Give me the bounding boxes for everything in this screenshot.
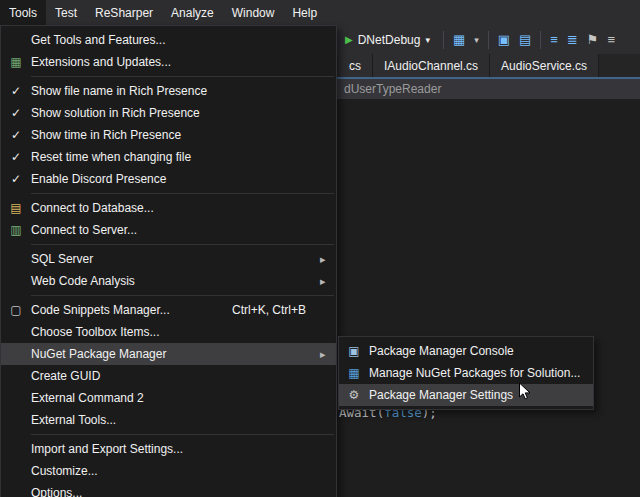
menu-item-enable-discord-presence[interactable]: ✓Enable Discord Presence (1, 168, 336, 190)
menu-separator (31, 76, 334, 77)
menubar-item-tools[interactable]: Tools (0, 0, 46, 25)
menubar-item-help[interactable]: Help (283, 0, 326, 25)
check-icon: ✓ (1, 128, 31, 142)
dropdown-caret-icon: ▾ (425, 35, 430, 45)
menu-item-external-command-2[interactable]: External Command 2 (1, 387, 336, 409)
menu-item-reset-time-when-changing-file[interactable]: ✓Reset time when changing file (1, 146, 336, 168)
menu-item-shortcut: Ctrl+K, Ctrl+B (232, 303, 306, 317)
menu-item-create-guid[interactable]: Create GUID (1, 365, 336, 387)
menu-item-label: Web Code Analysis (31, 274, 320, 288)
menu-item-label: NuGet Package Manager (31, 347, 320, 361)
menu-item-label: Code Snippets Manager... (31, 303, 232, 317)
menu-bar: ToolsTestReSharperAnalyzeWindowHelp (0, 0, 640, 25)
menu-item-label: Enable Discord Presence (31, 172, 320, 186)
menu-item-label: Show file name in Rich Presence (31, 84, 320, 98)
toolbar-icon-group: ▦▾▣▤≡≣⚑≡ (453, 31, 615, 49)
menu-item-show-time-in-rich-presence[interactable]: ✓Show time in Rich Presence (1, 124, 336, 146)
menubar-item-window[interactable]: Window (223, 0, 284, 25)
menu-item-import-and-export-settings[interactable]: Import and Export Settings... (1, 438, 336, 460)
menu-item-connect-to-database[interactable]: ▤Connect to Database... (1, 197, 336, 219)
menu-item-label: Import and Export Settings... (31, 442, 320, 456)
submenu-arrow-icon: ▸ (320, 253, 336, 266)
menu-item-customize[interactable]: Customize... (1, 460, 336, 482)
tab-audioservice-cs[interactable]: AudioService.cs (490, 54, 599, 77)
snippets-icon: ▢ (1, 303, 31, 317)
check-icon: ✓ (1, 172, 31, 186)
menu-item-label: SQL Server (31, 252, 320, 266)
menu-item-nuget-package-manager[interactable]: NuGet Package Manager▸ (1, 343, 336, 365)
menu-separator (31, 295, 334, 296)
menu-item-sql-server[interactable]: SQL Server▸ (1, 248, 336, 270)
submenu-arrow-icon: ▸ (320, 348, 336, 361)
run-config-label: DNetDebug (358, 33, 421, 47)
extensions-icon: ▦ (1, 55, 31, 69)
menubar-item-resharper[interactable]: ReSharper (86, 0, 162, 25)
menu-item-label: Package Manager Console (369, 344, 577, 358)
menu-item-label: Create GUID (31, 369, 320, 383)
menu-item-connect-to-server[interactable]: ▥Connect to Server... (1, 219, 336, 241)
check-icon: ✓ (1, 84, 31, 98)
menu-item-label: Show solution in Rich Presence (31, 106, 320, 120)
menu-item-label: External Command 2 (31, 391, 320, 405)
menu-item-label: Extensions and Updates... (31, 55, 320, 69)
check-icon: ✓ (1, 106, 31, 120)
menubar-item-analyze[interactable]: Analyze (162, 0, 223, 25)
dropdown-caret-icon[interactable]: ▾ (474, 35, 479, 45)
console-icon: ▣ (339, 344, 369, 358)
menu-item-label: Reset time when changing file (31, 150, 320, 164)
tab-iaudiochannel-cs[interactable]: IAudioChannel.cs (373, 54, 490, 77)
submenu-arrow-icon: ▸ (320, 275, 336, 288)
server-icon: ▥ (1, 223, 31, 237)
menu-item-label: Connect to Server... (31, 223, 320, 237)
menu-item-code-snippets-manager[interactable]: ▢Code Snippets Manager...Ctrl+K, Ctrl+B (1, 299, 336, 321)
menu-item-show-solution-in-rich-presence[interactable]: ✓Show solution in Rich Presence (1, 102, 336, 124)
menu-separator (31, 244, 334, 245)
menu-item-label: Get Tools and Features... (31, 33, 320, 47)
menu-item-label: External Tools... (31, 413, 320, 427)
gear-icon: ⚙ (339, 388, 369, 402)
menu-item-package-manager-console[interactable]: ▣Package Manager Console (339, 340, 593, 362)
toolbar-divider (488, 31, 489, 49)
document-tabs: csIAudioChannel.csAudioService.cs (338, 54, 599, 77)
toolbar-divider (443, 31, 444, 49)
mouse-cursor (518, 382, 532, 402)
toolbar-content: ▶ DNetDebug ▾ ▦▾▣▤≡≣⚑≡ (341, 25, 615, 54)
type-name-label: dUserTypeReader (344, 82, 441, 96)
database-icon: ▤ (1, 201, 31, 215)
nuget-package-manager-submenu: ▣Package Manager Console▦Manage NuGet Pa… (338, 336, 594, 410)
menu-separator (31, 434, 334, 435)
menu-item-extensions-and-updates[interactable]: ▦Extensions and Updates... (1, 51, 336, 73)
menu-item-web-code-analysis[interactable]: Web Code Analysis▸ (1, 270, 336, 292)
menu-list-icon[interactable]: ≡ (608, 32, 616, 47)
visual-studio-window: ToolsTestReSharperAnalyzeWindowHelp ▶ DN… (0, 0, 640, 497)
menubar-item-test[interactable]: Test (46, 0, 86, 25)
tools-menu: Get Tools and Features...▦Extensions and… (0, 25, 337, 497)
menu-item-package-manager-settings[interactable]: ⚙Package Manager Settings (339, 384, 593, 406)
menu-item-label: Customize... (31, 464, 320, 478)
tab-cs[interactable]: cs (338, 54, 373, 77)
menu-item-get-tools-and-features[interactable]: Get Tools and Features... (1, 29, 336, 51)
menu-item-show-file-name-in-rich-presence[interactable]: ✓Show file name in Rich Presence (1, 80, 336, 102)
menu-separator (31, 193, 334, 194)
indent-list-icon[interactable]: ≣ (567, 32, 578, 47)
menu-item-label: Choose Toolbox Items... (31, 325, 320, 339)
search-package-icon[interactable]: ▦ (453, 32, 465, 47)
play-icon: ▶ (345, 34, 353, 45)
float-window-icon[interactable]: ▣ (498, 32, 510, 47)
menu-item-label: Manage NuGet Packages for Solution... (369, 366, 580, 380)
menu-item-label: Options... (31, 486, 320, 497)
menu-item-external-tools[interactable]: External Tools... (1, 409, 336, 431)
menu-item-choose-toolbox-items[interactable]: Choose Toolbox Items... (1, 321, 336, 343)
sort-list-icon[interactable]: ≡ (550, 32, 558, 47)
check-icon: ✓ (1, 150, 31, 164)
menu-item-label: Show time in Rich Presence (31, 128, 320, 142)
bookmark-icon[interactable]: ⚑ (587, 32, 599, 47)
menu-item-label: Connect to Database... (31, 201, 320, 215)
manage-packages-icon: ▦ (339, 366, 369, 380)
menu-item-options[interactable]: Options... (1, 482, 336, 497)
menu-item-manage-nuget-packages-for-solution[interactable]: ▦Manage NuGet Packages for Solution... (339, 362, 593, 384)
toolbar-divider (540, 31, 541, 49)
menu-item-label: Package Manager Settings (369, 388, 577, 402)
dock-window-icon[interactable]: ▤ (519, 32, 531, 47)
start-debug-button[interactable]: ▶ DNetDebug ▾ (341, 31, 434, 49)
